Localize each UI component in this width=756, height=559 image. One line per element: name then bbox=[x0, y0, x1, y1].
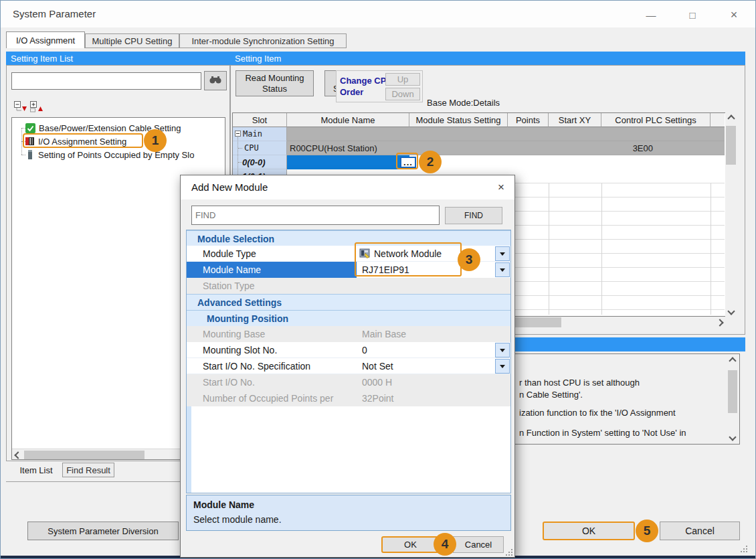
collapse-expander-icon[interactable] bbox=[235, 131, 241, 137]
expand-all-button[interactable] bbox=[30, 101, 43, 115]
chevron-up-icon bbox=[729, 357, 736, 364]
cpu-start-xy: 3E00 bbox=[603, 143, 653, 153]
expand-all-icon bbox=[30, 103, 43, 114]
column-header-spare bbox=[711, 113, 725, 127]
browse-module-button[interactable]: ... bbox=[400, 157, 416, 168]
scroll-up-button[interactable] bbox=[727, 355, 738, 366]
collapse-all-button[interactable] bbox=[14, 101, 27, 115]
module-name-dropdown[interactable] bbox=[495, 262, 510, 277]
close-button[interactable]: × bbox=[719, 6, 749, 23]
annotation-step-5: 5 bbox=[636, 520, 658, 542]
scroll-down-button[interactable] bbox=[725, 305, 737, 317]
dialog-title: Add New Module bbox=[191, 181, 268, 193]
down-button[interactable]: Down bbox=[385, 88, 420, 100]
chevron-down-icon bbox=[727, 307, 735, 315]
tab-label: Multiple CPU Setting bbox=[92, 36, 173, 46]
scroll-up-button[interactable] bbox=[725, 112, 737, 124]
row-station-type: Station Type bbox=[187, 278, 510, 294]
chevron-right-icon bbox=[716, 319, 723, 326]
start-io-spec-dropdown[interactable] bbox=[495, 359, 510, 374]
row-occupied-points: Number of Occupied Points per 32Point bbox=[187, 390, 510, 406]
button-label: Down bbox=[391, 89, 413, 99]
search-button[interactable] bbox=[204, 71, 227, 90]
tab-multiple-cpu-setting[interactable]: Multiple CPU Setting bbox=[85, 33, 179, 48]
search-input[interactable] bbox=[11, 72, 201, 90]
dialog-cancel-button[interactable]: Cancel bbox=[453, 536, 504, 553]
tree-item-io-assignment[interactable]: I/O Assignment Setting bbox=[25, 135, 126, 148]
property-label: Number of Occupied Points per bbox=[203, 393, 355, 404]
annotation-step-2: 2 bbox=[419, 151, 442, 173]
table-vertical-scrollbar[interactable] bbox=[725, 112, 737, 317]
tab-io-assignment[interactable]: I/O Assignment bbox=[6, 31, 85, 48]
module-type-dropdown[interactable] bbox=[495, 246, 510, 261]
tree-line bbox=[238, 137, 238, 176]
explanation-scrollbar[interactable] bbox=[727, 355, 738, 443]
row-slot0-module-name-cell[interactable] bbox=[287, 155, 409, 169]
label-line: Order bbox=[340, 86, 393, 98]
system-parameter-diversion-button[interactable]: System Parameter Diversion bbox=[27, 522, 179, 540]
up-button[interactable]: Up bbox=[385, 73, 420, 86]
dialog-resize-grip[interactable] bbox=[506, 549, 514, 557]
row-main-body[interactable] bbox=[287, 127, 725, 141]
setting-item-list-title: Setting Item List bbox=[11, 54, 73, 64]
row-cpu-body[interactable]: R00CPU(Host Station) 3E00 bbox=[287, 141, 725, 155]
change-cpu-order-label: Change CPU Order bbox=[340, 75, 393, 98]
change-cpu-order-group: Change CPU Order Up Down bbox=[336, 70, 423, 102]
property-label: Start I/O No. bbox=[203, 377, 255, 388]
column-header-start-xy: Start XY bbox=[549, 113, 601, 127]
section-label: Module Selection bbox=[197, 234, 274, 244]
explanation-line: ization function to fix the 'I/O Assignm… bbox=[519, 408, 676, 418]
section-mounting-position: Mounting Position bbox=[187, 310, 510, 326]
divider bbox=[6, 481, 181, 482]
annotation-step-3: 3 bbox=[458, 248, 480, 271]
chevron-down-icon bbox=[729, 433, 736, 441]
minimize-button[interactable]: — bbox=[636, 6, 666, 23]
tree-item-label: I/O Assignment Setting bbox=[38, 137, 126, 147]
mounting-slot-dropdown[interactable] bbox=[495, 343, 510, 357]
base-mode-label: Base Mode:Details bbox=[427, 98, 500, 108]
main-ok-button[interactable]: OK bbox=[543, 522, 635, 540]
resize-grip[interactable] bbox=[739, 544, 749, 554]
find-input[interactable] bbox=[191, 206, 440, 225]
tree-line bbox=[238, 162, 242, 163]
column-header-control-plc: Control PLC Settings bbox=[601, 113, 711, 127]
setting-item-header: Setting Item bbox=[230, 52, 745, 65]
scroll-down-button[interactable] bbox=[727, 432, 738, 443]
section-advanced-settings: Advanced Settings bbox=[187, 294, 510, 310]
tree-item-empty-slot-points[interactable]: Setting of Points Occupied by Empty Slo bbox=[25, 148, 194, 161]
scroll-thumb[interactable] bbox=[728, 370, 737, 413]
scroll-left-button[interactable] bbox=[13, 450, 23, 460]
description-text: Select module name. bbox=[193, 514, 282, 525]
label-line: Change CPU bbox=[340, 75, 393, 86]
tab-item-list[interactable]: Item List bbox=[11, 463, 61, 478]
button-label: Up bbox=[397, 74, 409, 84]
chevron-left-icon bbox=[14, 451, 21, 459]
property-value: RJ71EIP91 bbox=[362, 264, 409, 275]
scroll-thumb[interactable] bbox=[24, 451, 145, 459]
row-mounting-slot-no[interactable]: Mounting Slot No. 0 bbox=[187, 342, 510, 358]
tab-inter-module-sync[interactable]: Inter-module Synchronization Setting bbox=[179, 33, 347, 48]
network-module-icon bbox=[359, 248, 371, 261]
dialog-close-button[interactable]: × bbox=[492, 180, 510, 195]
scroll-right-button[interactable] bbox=[714, 317, 725, 328]
button-label: OK bbox=[582, 526, 595, 536]
annotation-step-4: 4 bbox=[434, 533, 456, 556]
title-bar: System Parameter — □ × bbox=[1, 1, 756, 27]
button-label: OK bbox=[404, 540, 417, 550]
maximize-button[interactable]: □ bbox=[678, 6, 707, 23]
read-mounting-status-button[interactable]: Read Mounting Status bbox=[235, 70, 314, 96]
row-main-slot-cell[interactable]: Main bbox=[233, 127, 287, 141]
column-header-slot: Slot bbox=[233, 113, 287, 127]
main-cancel-button[interactable]: Cancel bbox=[660, 522, 740, 540]
io-module-icon bbox=[25, 137, 35, 146]
property-label: Mounting Slot No. bbox=[203, 345, 277, 355]
dialog-ok-button[interactable]: OK bbox=[381, 536, 440, 553]
scroll-thumb[interactable] bbox=[726, 126, 736, 165]
tab-label: Inter-module Synchronization Setting bbox=[191, 36, 334, 46]
chevron-up-icon bbox=[727, 114, 735, 122]
close-icon: × bbox=[498, 181, 504, 194]
find-button[interactable]: FIND bbox=[445, 207, 502, 224]
tab-find-result[interactable]: Find Result bbox=[62, 463, 114, 477]
property-label: Mounting Base bbox=[203, 329, 265, 339]
row-start-io-specification[interactable]: Start I/O No. Specification Not Set bbox=[187, 358, 510, 374]
